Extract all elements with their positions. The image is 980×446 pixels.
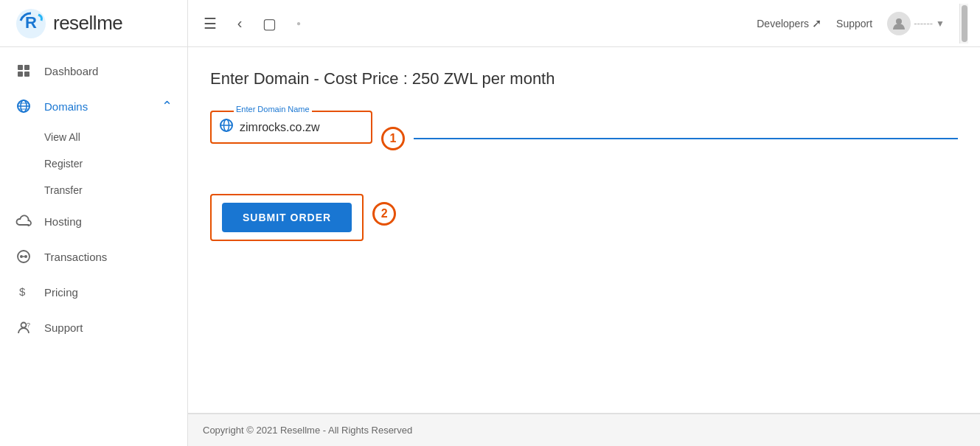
domain-globe-icon — [219, 118, 234, 136]
scrollbar-area — [959, 4, 968, 43]
chevron-up-icon: ⌃ — [161, 98, 173, 114]
back-icon[interactable]: ‹ — [229, 13, 250, 34]
footer-text: Copyright © 2021 Resellme - All Rights R… — [203, 425, 412, 436]
domain-input-field[interactable] — [240, 121, 364, 134]
content-area: Enter Domain - Cost Price : 250 ZWL per … — [188, 47, 980, 413]
globe-icon — [15, 97, 32, 115]
svg-rect-5 — [24, 72, 29, 77]
avatar — [887, 12, 911, 35]
external-link-icon: ➚ — [812, 16, 821, 30]
footer: Copyright © 2021 Resellme - All Rights R… — [188, 414, 980, 446]
window-icon[interactable]: ▢ — [259, 13, 279, 34]
transactions-icon — [15, 248, 32, 265]
sidebar-logo: R resellme — [0, 0, 187, 47]
user-name: ------ — [914, 18, 933, 29]
user-menu[interactable]: ------ ▼ — [887, 12, 945, 35]
svg-rect-3 — [24, 65, 29, 70]
sidebar-item-label-support: Support — [44, 321, 173, 334]
dollar-icon: $ — [15, 283, 32, 301]
svg-point-14 — [23, 256, 24, 257]
sidebar-item-label-domains: Domains — [44, 100, 161, 113]
annotation-1: 1 — [381, 127, 405, 150]
developers-link[interactable]: Developers ➚ — [757, 16, 821, 30]
svg-text:R: R — [25, 13, 37, 32]
svg-point-13 — [24, 255, 27, 258]
topbar-right: Developers ➚ Support ------ ▼ — [757, 4, 968, 43]
sidebar-item-label-pricing: Pricing — [44, 286, 173, 299]
sidebar-item-support[interactable]: ? Support — [0, 310, 187, 345]
topbar-left: ☰ ‹ ▢ ● — [200, 13, 309, 34]
domain-input-row: Enter Domain Name 1 — [210, 111, 958, 166]
sidebar-subitem-view-all[interactable]: View All — [0, 124, 187, 150]
circle-icon: ● — [288, 13, 309, 34]
sidebar-item-domains[interactable]: Domains ⌃ — [0, 88, 187, 124]
domain-input-label: Enter Domain Name — [234, 105, 312, 114]
support-label: Support — [836, 18, 872, 29]
domain-input-container: Enter Domain Name — [210, 111, 372, 144]
sidebar-subitem-transfer[interactable]: Transfer — [0, 177, 187, 203]
scrollbar-thumb — [962, 5, 967, 42]
svg-text:$: $ — [19, 285, 26, 298]
sidebar-item-hosting[interactable]: Hosting — [0, 203, 187, 239]
sidebar-item-dashboard[interactable]: Dashboard — [0, 53, 187, 88]
sidebar: R resellme Dashboard Domains ⌃ — [0, 0, 188, 446]
topbar: ☰ ‹ ▢ ● Developers ➚ Support ------ — [188, 0, 980, 47]
developers-label: Developers — [757, 18, 809, 29]
svg-point-16 — [21, 323, 27, 328]
annotation-2: 2 — [372, 202, 396, 226]
support-link[interactable]: Support — [836, 18, 872, 29]
support-icon: ? — [15, 318, 32, 336]
submit-button-container: SUBMIT ORDER — [210, 194, 364, 241]
svg-rect-2 — [18, 65, 23, 70]
submit-row: SUBMIT ORDER 2 — [210, 187, 958, 241]
sidebar-item-label-transactions: Transactions — [44, 251, 173, 263]
svg-point-12 — [20, 255, 23, 258]
menu-icon[interactable]: ☰ — [200, 13, 220, 34]
main-content: ☰ ‹ ▢ ● Developers ➚ Support ------ — [188, 0, 980, 446]
page-title: Enter Domain - Cost Price : 250 ZWL per … — [210, 69, 958, 88]
sidebar-subitem-register[interactable]: Register — [0, 150, 187, 177]
svg-text:?: ? — [27, 321, 30, 329]
submit-order-button[interactable]: SUBMIT ORDER — [222, 203, 352, 232]
input-line — [414, 138, 958, 139]
user-chevron-icon: ▼ — [936, 18, 945, 29]
sidebar-item-label-hosting: Hosting — [44, 215, 173, 228]
sidebar-item-pricing[interactable]: $ Pricing — [0, 274, 187, 310]
sidebar-item-transactions[interactable]: Transactions — [0, 239, 187, 274]
sidebar-item-label-dashboard: Dashboard — [44, 65, 173, 77]
logo-text: resellme — [53, 12, 122, 35]
sidebar-nav: Dashboard Domains ⌃ View All Register Tr… — [0, 47, 187, 446]
cloud-icon — [15, 212, 32, 230]
logo-icon: R — [15, 7, 47, 40]
svg-rect-4 — [18, 72, 23, 77]
svg-point-18 — [896, 18, 902, 24]
grid-icon — [15, 62, 32, 80]
